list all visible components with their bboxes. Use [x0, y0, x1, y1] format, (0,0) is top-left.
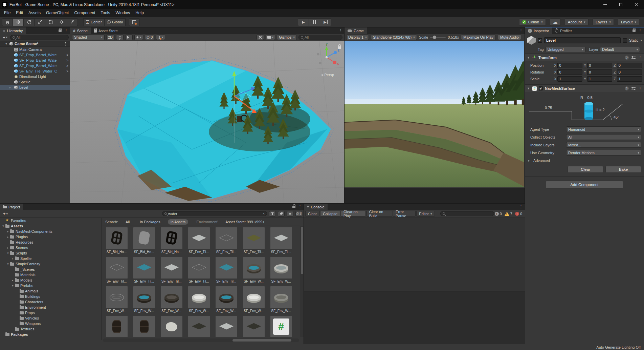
kebab-menu-icon[interactable]: ⋮ [339, 28, 342, 33]
tab-project[interactable]: Project [0, 204, 23, 210]
editor-filter-dropdown[interactable]: Editor▾ [416, 211, 435, 217]
menu-item[interactable]: Tools [98, 9, 113, 17]
asset-item[interactable]: SF_Env_W... [267, 257, 295, 283]
tab-game[interactable]: Game [345, 27, 367, 34]
hierarchy-item[interactable]: ▸ SF_Prop_Barrel_Wate > [0, 58, 70, 63]
asset-item[interactable]: SF_Bld_Ho... [130, 227, 158, 254]
rect-tool-button[interactable] [45, 18, 56, 26]
search-scope-option[interactable]: All [123, 219, 132, 225]
tab-inspector[interactable]: iInspector [525, 27, 552, 34]
create-object-button[interactable]: +▾ [1, 35, 9, 40]
asset-item[interactable]: SF_Env_Til... [158, 257, 185, 283]
hidden-packages-toggle[interactable]: ∅8 [295, 211, 302, 217]
asset-item[interactable]: SF_Env_W... [240, 257, 267, 283]
asset-item[interactable]: SF_Env_W... [213, 286, 240, 313]
clear-search-icon[interactable]: × [263, 212, 265, 215]
search-scope-option[interactable]: In Assets [168, 219, 188, 225]
console-search-input[interactable] [446, 212, 492, 216]
y-value-field[interactable]: 0 [587, 63, 612, 68]
mute-audio-toggle[interactable]: Mute Audio [498, 35, 521, 40]
tab-hierarchy[interactable]: ≡Hierarchy [0, 27, 26, 34]
x-value-field[interactable]: 0 [557, 69, 582, 75]
asset-item[interactable] [130, 316, 158, 337]
prefab-expand-arrow[interactable]: > [66, 69, 68, 73]
vertical-scrollbar[interactable] [300, 226, 304, 337]
asset-item[interactable] [158, 316, 185, 337]
folder-tree-item[interactable]: ▸ Models [0, 277, 101, 283]
asset-item[interactable]: SF_Env_Til... [103, 257, 130, 283]
static-checkbox[interactable] [623, 38, 627, 43]
menu-item[interactable]: GameObject [43, 9, 71, 17]
foldout-arrow[interactable]: ▸ [11, 257, 15, 260]
search-by-type-button[interactable] [269, 211, 276, 217]
hierarchy-item[interactable]: ▸ Level > [0, 85, 70, 90]
foldout-arrow[interactable]: ▼ [11, 284, 15, 287]
tab-console[interactable]: ≡Console [304, 204, 328, 210]
lock-icon[interactable] [59, 29, 62, 32]
kebab-menu-icon[interactable]: ⋮ [638, 86, 642, 91]
account-dropdown[interactable]: Account▾ [565, 18, 589, 26]
menu-item[interactable]: Edit [13, 9, 26, 17]
lock-icon[interactable] [632, 29, 636, 32]
folder-tree-item[interactable]: Characters [0, 299, 101, 305]
scrollbar-thumb[interactable] [301, 227, 303, 274]
transform-tool-button[interactable] [56, 18, 67, 26]
foldout-arrow[interactable]: ▼ [6, 252, 10, 255]
asset-item[interactable]: SF_Env_W... [130, 286, 158, 313]
menu-item[interactable]: Assets [26, 9, 43, 17]
asset-item[interactable] [240, 316, 267, 337]
y-value-field[interactable]: 0 [587, 69, 612, 75]
foldout-arrow[interactable]: ▸ [6, 235, 10, 239]
menu-item[interactable]: File [1, 9, 13, 17]
layer-dropdown[interactable]: Default▾ [600, 47, 640, 52]
scale-slider[interactable] [430, 37, 446, 38]
error-count[interactable]: !0 [515, 212, 522, 216]
scene-lighting-toggle[interactable] [116, 35, 124, 40]
project-search-field[interactable]: × [162, 211, 267, 216]
advanced-foldout[interactable]: ▸Advanced [525, 157, 644, 164]
field-dropdown[interactable]: All▾ [566, 134, 641, 140]
hierarchy-search-field[interactable] [10, 35, 69, 40]
foldout-arrow[interactable]: ▸ [6, 246, 10, 249]
static-dropdown-arrow[interactable]: ▾ [640, 39, 642, 42]
gameobject-name-field[interactable]: Level [544, 37, 621, 43]
scale-tool-button[interactable] [35, 18, 45, 26]
folder-tree-item[interactable]: ▼ Prefabs [0, 283, 101, 288]
lighting-status[interactable]: Auto Generate Lighting Off [596, 345, 641, 349]
asset-item[interactable] [185, 316, 213, 337]
folder-tree-item[interactable]: Resources [0, 240, 101, 245]
folder-tree-item[interactable]: Props [0, 310, 101, 315]
asset-item[interactable]: SF_Env_W... [185, 286, 213, 313]
field-dropdown[interactable]: Humanoid▾ [566, 126, 641, 132]
asset-item[interactable]: SF_Env_Til... [240, 227, 267, 254]
asset-item[interactable] [213, 316, 240, 337]
folder-tree-item[interactable]: Materials [0, 272, 101, 277]
asset-item[interactable]: SF_Env_Til... [130, 257, 158, 283]
asset-item[interactable]: SF_Env_Til... [185, 257, 213, 283]
folder-tree-item[interactable]: _Scenes [0, 267, 101, 272]
gameobject-icon[interactable] [527, 36, 536, 45]
scene-grid-dropdown[interactable]: ▾ [156, 35, 165, 40]
kebab-menu-icon[interactable]: ⋮ [519, 205, 523, 209]
folder-tree-item[interactable]: Packages [0, 332, 101, 337]
folder-tree-item[interactable]: ▼ SimpleFantasy [0, 261, 101, 267]
console-toolbar-button[interactable]: Collapse [320, 211, 340, 217]
kebab-menu-icon[interactable]: ⋮ [64, 28, 68, 33]
layers-dropdown[interactable]: Layers▾ [593, 18, 614, 26]
kebab-menu-icon[interactable]: ⋮ [519, 28, 523, 33]
folder-tree-item[interactable]: Buildings [0, 294, 101, 299]
tag-dropdown[interactable]: Untagged▾ [546, 47, 585, 52]
menu-item[interactable]: Help [133, 9, 147, 17]
custom-tool-button[interactable] [67, 18, 78, 26]
foldout-arrow[interactable]: ▼ [5, 42, 8, 45]
pivot-toggle-button[interactable]: Center [83, 18, 105, 26]
field-dropdown[interactable]: Render Meshes▾ [566, 150, 641, 156]
active-checkbox[interactable]: ✔ [538, 38, 542, 43]
field-dropdown[interactable]: Mixed...▾ [566, 142, 641, 148]
maximize-on-play-toggle[interactable]: Maximize On Play [461, 35, 496, 40]
asset-item[interactable]: SF_Env_Til... [213, 227, 240, 254]
folder-tree-item[interactable]: ▼ Scripts [0, 250, 101, 256]
asset-item[interactable]: SF_Bld_Ho... [158, 227, 185, 254]
tab-scene[interactable]: #Scene [70, 27, 91, 34]
folder-tree-item[interactable]: Textures [0, 326, 101, 332]
